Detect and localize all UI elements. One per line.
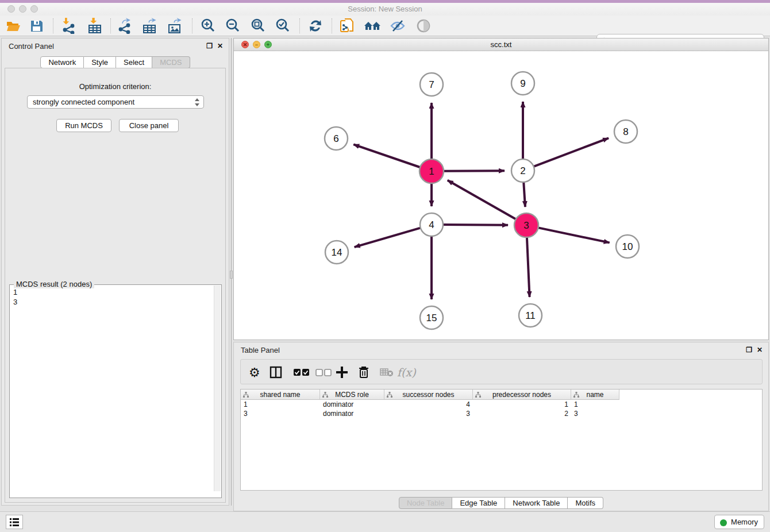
criterion-value: strongly connected component: [33, 98, 134, 106]
tab-edge-table[interactable]: Edge Table: [452, 497, 505, 509]
table-settings-icon[interactable]: ⚙: [249, 364, 260, 381]
save-session-icon[interactable]: [28, 17, 45, 34]
run-mcds-button[interactable]: Run MCDS: [56, 119, 111, 132]
zoom-out-icon[interactable]: [224, 17, 241, 34]
table-cell[interactable]: 2: [473, 409, 571, 418]
node-label-4: 4: [429, 219, 434, 230]
add-row-icon[interactable]: [336, 364, 348, 381]
table-cell[interactable]: 3: [241, 409, 320, 418]
hide-selected-icon[interactable]: [389, 17, 406, 34]
control-panel: Control Panel ❐ ✕ NetworkStyleSelectMCDS…: [1, 38, 229, 506]
delete-row-icon[interactable]: [358, 364, 369, 381]
node-label-3: 3: [523, 220, 529, 231]
export-network-icon[interactable]: [117, 17, 134, 34]
export-image-icon[interactable]: [167, 17, 184, 34]
edge-3-1[interactable]: [448, 180, 517, 219]
float-panel-icon[interactable]: ❐: [206, 42, 213, 50]
function-builder-icon[interactable]: f(x): [397, 364, 416, 381]
control-panel-tabs: NetworkStyleSelectMCDS: [2, 56, 229, 68]
network-view-window: ✕ − + scc.txt 7968124314101511: [233, 38, 769, 340]
column-header-shared-name[interactable]: shared name: [241, 390, 320, 400]
memory-button[interactable]: Memory: [714, 515, 764, 529]
new-network-from-selection-icon[interactable]: [338, 17, 356, 34]
table-cell[interactable]: 1: [571, 400, 619, 409]
select-all-icon[interactable]: [294, 364, 310, 381]
float-panel-icon[interactable]: ❐: [746, 346, 752, 354]
delete-column-icon[interactable]: [380, 364, 394, 381]
toolbar-separator: [110, 18, 111, 33]
hierarchy-icon: [243, 392, 249, 398]
node-label-11: 11: [525, 310, 536, 321]
main-toolbar: [0, 16, 770, 36]
zoom-fit-icon[interactable]: [249, 17, 267, 34]
close-panel-icon[interactable]: ✕: [217, 42, 223, 50]
deselect-all-icon[interactable]: [315, 364, 332, 381]
status-bar: Memory: [0, 511, 770, 532]
criterion-dropdown[interactable]: strongly connected component: [27, 95, 204, 109]
column-header-MCDS-role[interactable]: MCDS role: [320, 390, 384, 400]
edge-1-6[interactable]: [353, 144, 421, 167]
table-row[interactable]: 3dominator323: [241, 409, 762, 418]
table-cell[interactable]: 1: [241, 400, 320, 409]
table-panel-tabs: Node TableEdge TableNetwork TableMotifs: [234, 497, 768, 509]
memory-status-icon: [720, 519, 727, 526]
edge-3-10[interactable]: [538, 228, 610, 242]
open-session-icon[interactable]: [5, 17, 22, 34]
mcds-result-title: MCDS result (2 nodes): [14, 280, 94, 288]
memory-label: Memory: [731, 518, 758, 526]
toolbar-separator: [332, 18, 332, 33]
edge-4-14[interactable]: [355, 228, 421, 247]
panel-split-divider[interactable]: [230, 38, 233, 506]
node-table[interactable]: shared nameMCDS rolesuccessor nodesprede…: [240, 389, 763, 491]
zoom-selected-icon[interactable]: [274, 17, 291, 34]
mcds-result-text: 1 3: [13, 287, 17, 307]
table-cell[interactable]: 3: [571, 409, 619, 418]
table-row[interactable]: 1dominator411: [241, 400, 762, 409]
tab-network[interactable]: Network: [40, 56, 84, 68]
tab-node-table[interactable]: Node Table: [399, 497, 453, 509]
edge-4-3[interactable]: [443, 225, 508, 225]
result-scrollbar[interactable]: [214, 286, 221, 491]
table-cell[interactable]: 1: [473, 400, 571, 409]
tab-select[interactable]: Select: [116, 56, 152, 68]
close-panel-button[interactable]: Close panel: [119, 119, 179, 132]
first-neighbors-icon[interactable]: [364, 17, 381, 34]
show-column-icon[interactable]: [270, 364, 282, 381]
hierarchy-icon: [573, 392, 579, 398]
table-cell[interactable]: dominator: [320, 409, 384, 418]
import-network-icon[interactable]: [60, 17, 78, 34]
table-cell[interactable]: dominator: [320, 400, 384, 409]
table-cell[interactable]: 4: [384, 400, 473, 409]
column-header-name[interactable]: name: [571, 390, 619, 400]
column-header-predecessor-nodes[interactable]: predecessor nodes: [473, 390, 571, 400]
refresh-layout-icon[interactable]: [307, 17, 324, 34]
tab-mcds[interactable]: MCDS: [152, 56, 190, 68]
tab-style[interactable]: Style: [84, 56, 116, 68]
list-icon: [10, 518, 19, 526]
table-header-row: shared nameMCDS rolesuccessor nodesprede…: [241, 390, 762, 400]
edge-2-8[interactable]: [534, 138, 609, 167]
tab-network-table[interactable]: Network Table: [505, 497, 568, 509]
zoom-in-icon[interactable]: [199, 17, 217, 34]
import-table-icon[interactable]: [86, 17, 103, 34]
table-toolbar: ⚙ f(x): [240, 359, 763, 384]
export-table-icon[interactable]: [141, 17, 159, 34]
hierarchy-icon: [322, 392, 328, 398]
close-panel-icon[interactable]: ✕: [757, 346, 763, 354]
column-header-successor-nodes[interactable]: successor nodes: [384, 390, 473, 400]
show-all-icon[interactable]: [415, 17, 432, 34]
task-history-button[interactable]: [6, 515, 23, 529]
network-canvas[interactable]: 7968124314101511: [234, 51, 768, 340]
edge-1-2[interactable]: [443, 171, 505, 171]
dropdown-stepper-icon: [194, 98, 200, 107]
tab-motifs[interactable]: Motifs: [568, 497, 603, 509]
hierarchy-icon: [387, 392, 392, 398]
node-label-15: 15: [426, 313, 437, 323]
edge-3-11[interactable]: [527, 237, 530, 297]
table-cell[interactable]: 3: [384, 409, 473, 418]
node-label-2: 2: [520, 165, 525, 176]
network-window-titlebar[interactable]: ✕ − + scc.txt: [234, 38, 768, 51]
app-titlebar: Session: New Session: [0, 3, 770, 16]
edge-2-3[interactable]: [523, 182, 525, 207]
node-label-7: 7: [429, 79, 434, 90]
